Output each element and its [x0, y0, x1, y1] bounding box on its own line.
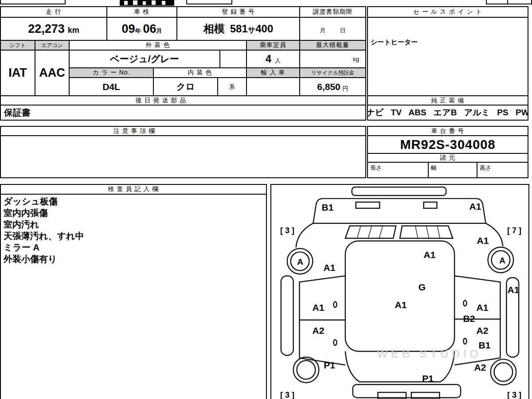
- damage-label: A2: [474, 363, 486, 372]
- damage-label: A: [297, 258, 303, 266]
- specs-header: 諸 元: [367, 153, 528, 163]
- aircon-value: AAC: [35, 50, 70, 96]
- transfer-docs-header: 譲渡書類期限: [299, 6, 366, 18]
- inspection-year-unit: 年: [135, 27, 141, 35]
- sales-point-value: シートヒーター: [367, 17, 528, 96]
- later-parts-header: 後 日 発 送 部 品: [0, 95, 366, 106]
- equipment-value: ナビ TV ABS エアB アルミ PS PW: [367, 105, 528, 121]
- damage-label: P1: [324, 360, 335, 370]
- damage-label: [ 3 ]: [280, 391, 294, 399]
- damage-label: B1: [322, 203, 334, 212]
- inspector-note-line: 天張薄汚れ、すれ中: [4, 230, 84, 242]
- inspector-note-line: 室内内張傷: [4, 207, 84, 219]
- damage-label: [ 3 ]: [280, 227, 294, 235]
- damage-label: [ 7 ]: [507, 227, 521, 235]
- color-no-value: D4L: [69, 77, 154, 96]
- mileage-number: 22,273: [28, 22, 65, 36]
- max-load-value: kg: [299, 50, 366, 68]
- max-load-header: 最大積載量: [299, 40, 366, 51]
- notes-header: 注 意 事 項 欄: [0, 126, 366, 136]
- damage-label: A1: [313, 303, 325, 312]
- damage-label: A1: [424, 250, 436, 259]
- inspection-year: 09: [121, 22, 135, 36]
- inspector-header: 検 査 員 記 入 欄: [0, 184, 267, 195]
- glyph-fragment: [152, 0, 156, 5]
- import-header: 輸 入 車: [246, 67, 300, 78]
- glyph-fragment: [124, 1, 128, 5]
- chassis-number-value: MR92S-304008: [367, 135, 528, 154]
- mileage-unit: km: [68, 26, 79, 35]
- damage-label: A1: [469, 202, 481, 211]
- inspector-note-line: ミラー A: [4, 242, 84, 253]
- inspection-value: 09 年 06 月: [106, 17, 177, 41]
- glyph-fragment: [143, 1, 146, 5]
- top-strip-title-block: [120, 0, 174, 6]
- damage-label: A1: [324, 263, 336, 272]
- interior-color-value: クロ: [153, 77, 218, 96]
- registration-kana: サ: [248, 25, 255, 35]
- inspector-note-line: 外装小傷有り: [4, 253, 84, 265]
- damage-label: P1: [422, 374, 434, 383]
- capacity-header: 乗車定員: [246, 40, 300, 51]
- inspector-note-line: ダッシュ板傷: [4, 196, 84, 207]
- color-no-header: カ ラ ー No.: [69, 67, 154, 78]
- inspection-month-unit: 月: [156, 27, 162, 35]
- recycle-value: 6,850 円: [299, 77, 366, 96]
- shift-value: IAT: [0, 50, 35, 96]
- top-strip-cell-right1: [486, 0, 508, 4]
- exterior-color-value: ベージュ/グレー: [69, 50, 220, 68]
- spec-width-cell: 幅: [428, 162, 477, 178]
- sales-point-header: セ ー ル ス ポ イ ン ト: [367, 6, 528, 18]
- auction-sheet: 走 行 車 検 登 録 番 号 譲渡書類期限 22,273 km 09 年 06…: [0, 0, 532, 399]
- registration-area: 相模: [203, 22, 225, 36]
- chassis-number-header: 車 台 番 号: [367, 126, 528, 136]
- damage-label: [ 3 ]: [507, 391, 521, 399]
- equipment-header: 純 正 装 備: [367, 95, 528, 106]
- spec-height-cell: 高さ: [477, 162, 528, 178]
- exterior-color-header: 外 装 色: [69, 40, 247, 51]
- capacity-unit: 人: [275, 57, 281, 65]
- mileage-header: 走 行: [0, 6, 107, 18]
- inspection-header: 車 検: [106, 6, 177, 18]
- import-value: [246, 77, 300, 96]
- glyph-fragment: [133, 0, 137, 5]
- registration-header: 登 録 番 号: [176, 6, 300, 18]
- damage-label: A2: [477, 326, 489, 335]
- damage-label: A1: [395, 300, 407, 309]
- recycle-unit: 円: [343, 85, 348, 93]
- interior-color-header: 内 装 色: [153, 67, 247, 78]
- recycle-amount: 6,850: [317, 82, 340, 92]
- interior-color-suffix: 系: [217, 77, 247, 96]
- top-strip-cell-right2: [507, 0, 532, 4]
- registration-class: 581: [230, 23, 248, 35]
- damage-label: A1: [477, 303, 489, 312]
- diagram-labels: B1A1[ 3 ][ 7 ]A1AA1A1AGA1A1A1A1B2A2A2B1P…: [271, 185, 528, 399]
- registration-value: 相模 581 サ 400: [176, 17, 300, 41]
- shift-header: シフト: [0, 40, 35, 51]
- notes-area: [0, 135, 366, 178]
- damage-label: B1: [479, 340, 491, 350]
- glyph-fragment: [162, 1, 165, 5]
- spec-length-cell: 長さ: [367, 162, 429, 178]
- damage-label: A1: [477, 236, 489, 245]
- transfer-month-label: 月: [320, 27, 326, 35]
- damage-diagram-panel: WEB STUDIO B1A1[ 3 ][ 7 ]A1AA1A1AGA1A1A1…: [270, 184, 529, 399]
- capacity-number: 4: [266, 53, 271, 65]
- later-parts-value: 保証書: [0, 105, 366, 121]
- damage-label: B2: [463, 314, 475, 323]
- damage-label: A: [499, 256, 505, 265]
- inspector-notes: ダッシュ板傷 室内内張傷 室内汚れ 天張薄汚れ、すれ中 ミラー A 外装小傷有り: [4, 196, 84, 265]
- inspector-note-line: 室内汚れ: [4, 219, 84, 230]
- aircon-header: エアコン: [35, 40, 70, 51]
- capacity-value: 4 人: [246, 50, 300, 68]
- transfer-day-label: 日: [340, 27, 346, 35]
- top-strip-cell-mid: [186, 0, 232, 4]
- damage-label: A1: [508, 285, 520, 294]
- damage-label: A2: [313, 326, 325, 335]
- mileage-value: 22,273 km: [0, 17, 107, 41]
- recycle-header: リサイクル預託金: [299, 67, 366, 78]
- registration-number: 400: [255, 23, 273, 35]
- inspection-month: 06: [143, 22, 156, 36]
- damage-label: G: [419, 282, 426, 292]
- transfer-docs-value: 月 日: [299, 17, 366, 41]
